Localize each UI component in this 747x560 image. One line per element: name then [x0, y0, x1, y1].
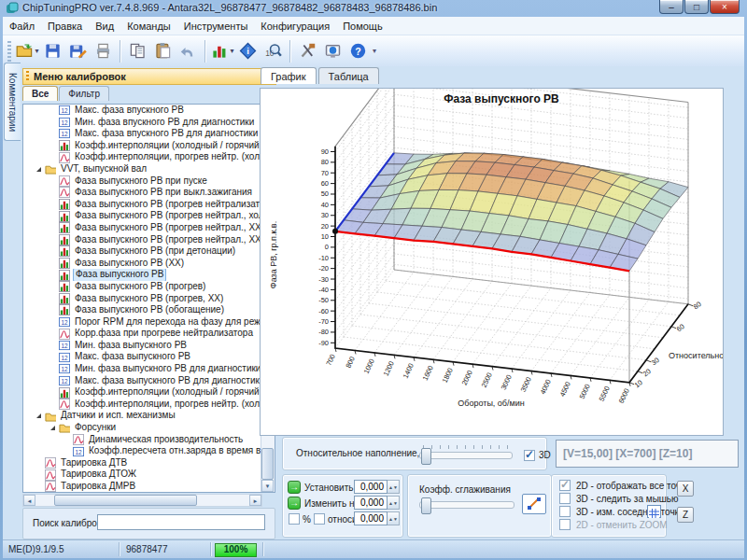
toolbar-overflow-icon[interactable]: ▾	[373, 47, 376, 55]
tree-item[interactable]: Динамическая производительность	[23, 434, 262, 446]
tree-item[interactable]: Фаза выпускного РВ	[23, 269, 262, 281]
minimize-button[interactable]: –	[659, 0, 684, 14]
save-button[interactable]	[40, 38, 65, 63]
smoothing-slider[interactable]	[419, 501, 514, 509]
tree-item[interactable]: Фаза выпускного РВ (прогрев нейтрал., хо…	[23, 210, 262, 222]
tab-all[interactable]: Все	[22, 86, 58, 101]
tree-folder[interactable]: VVT, выпускной вал	[23, 163, 262, 175]
info-button[interactable]: i	[235, 38, 261, 63]
undo-button[interactable]	[176, 38, 201, 63]
tab-table[interactable]: Таблица	[318, 67, 379, 84]
tree-item[interactable]: 12Мин. фаза выпускного РВ	[23, 340, 262, 352]
help-button[interactable]: ?	[345, 38, 371, 63]
tree-item[interactable]: Коэфф.интерполяции (холодный / горячий )	[23, 140, 262, 152]
connect-button[interactable]	[320, 38, 345, 63]
z-axis-button[interactable]: Z	[677, 507, 694, 523]
tree-item[interactable]: Фаза выпускного РВ (обогащение)	[23, 304, 262, 316]
tab-graph[interactable]: График	[261, 67, 317, 84]
tree-item[interactable]: 12Макс. фаза выпускного РВ для диагности…	[23, 375, 262, 387]
checkbox-percent[interactable]	[289, 513, 300, 525]
spinner-arrows-icon[interactable]: ▲▼	[388, 480, 400, 494]
tree-item[interactable]: Тарировка ДТОЖ	[23, 469, 262, 481]
slider-thumb[interactable]	[421, 497, 431, 514]
tree-horizontal-scrollbar[interactable]: ◄ ►	[22, 494, 262, 507]
apply-smoothing-button[interactable]	[522, 494, 546, 514]
paste-button[interactable]	[150, 38, 176, 63]
menu-item-2[interactable]: Вид	[89, 19, 120, 34]
tree-folder[interactable]: Датчики и исп. механизмы	[23, 410, 262, 422]
scrollbar-thumb[interactable]	[54, 495, 197, 506]
menu-item-3[interactable]: Команды	[120, 19, 177, 34]
tree-item[interactable]: Фаза выпускного РВ (прогрев нейтрализато…	[23, 199, 262, 211]
open-file-button[interactable]: ▾	[15, 38, 40, 63]
tree-folder[interactable]: Форсунки	[23, 422, 262, 434]
set-value-spinner[interactable]: 0,000▲▼	[354, 480, 400, 494]
comments-side-tab[interactable]: Комментарии	[4, 63, 21, 141]
spinner-arrows-icon[interactable]: ▲▼	[388, 496, 400, 510]
menu-item-6[interactable]: Помощь	[336, 19, 389, 34]
menu-item-1[interactable]: Правка	[41, 19, 89, 34]
tools-button[interactable]	[295, 38, 320, 63]
view-option-checkbox[interactable]	[559, 506, 571, 517]
scroll-down-icon[interactable]: ▼	[261, 480, 274, 492]
view-option-checkbox[interactable]	[559, 480, 571, 491]
apply-set-icon[interactable]: →	[288, 481, 301, 494]
tree-item[interactable]: Фаза выпускного РВ (при детонации)	[23, 245, 262, 258]
tree-item[interactable]: 12Макс. фаза выпускного РВ	[23, 351, 262, 363]
tree-item[interactable]: Коэфф.интерполяции, прогрев нейтр. (холо…	[23, 151, 262, 163]
slider-thumb[interactable]	[421, 448, 431, 465]
tab-filter[interactable]: Фильтр	[59, 86, 109, 101]
scroll-right-icon[interactable]: ►	[249, 495, 261, 506]
surface-chart[interactable]: -90-80-70-60-50-40-30-20-100102030405060…	[261, 89, 723, 435]
tree-item[interactable]: 12Порог RPM для перехода на фазу для реж…	[23, 316, 262, 329]
tree-item[interactable]: Фаза выпускного РВ (прогрев нейтрал., ХХ…	[23, 222, 262, 234]
copy-button[interactable]	[125, 38, 150, 63]
tree-item[interactable]: 12Макс. фаза впускного РВ для диагностик…	[23, 128, 262, 140]
tree-item[interactable]: Коэфф.интерполяции, прогрев нейтр. (холо…	[23, 399, 262, 411]
menu-item-0[interactable]: Файл	[3, 19, 41, 34]
save-as-button[interactable]	[65, 38, 91, 63]
svg-text:12: 12	[61, 319, 68, 326]
tree-item[interactable]: Фаза выпускного РВ при пуске	[23, 175, 262, 188]
tree-item[interactable]: Тарировка ДТВ	[23, 457, 262, 469]
menu-item-5[interactable]: Конфигурация	[254, 19, 336, 34]
tree-item[interactable]: Коэфф.интерполяции (холодный / горячий )	[23, 386, 262, 399]
title-bar[interactable]: ChipTuningPRO ver.7.4.8.969 - Antara32L_…	[0, 0, 747, 17]
relative-value-spinner[interactable]: 0,000▲▼	[354, 511, 400, 525]
tree-item[interactable]: 12Мин. фаза впускного РВ для диагностики	[23, 117, 262, 129]
tree-item[interactable]: 12Макс. фаза впускного РВ	[23, 105, 262, 117]
expander-icon[interactable]	[35, 412, 43, 420]
tree-item[interactable]: 12Мин. фаза выпускного РВ для диагностик…	[23, 363, 262, 375]
cursor-readout-field[interactable]: [V=15,00] [X=700] [Z=10]	[556, 440, 739, 468]
scroll-left-icon[interactable]: ◄	[23, 495, 35, 506]
checkbox-3d[interactable]	[524, 450, 535, 461]
tree-item[interactable]: 12Коэфф.пересчета отн.заряда в время впр…	[23, 445, 262, 457]
expander-icon[interactable]	[49, 424, 57, 432]
toolbar-grip[interactable]	[7, 41, 11, 62]
tree-item[interactable]: Фаза выпускного РВ (ХХ)	[23, 258, 262, 270]
view-option-checkbox[interactable]	[559, 493, 571, 504]
tree-item[interactable]: Корр.фаза при прогреве нейтрализатора	[23, 328, 262, 340]
apply-change-icon[interactable]: →	[288, 497, 301, 510]
tree-item[interactable]: Фаза выпускного РВ (прогрев нейтрал., ХХ…	[23, 234, 262, 246]
x-axis-button[interactable]: X	[677, 481, 694, 497]
change-value-spinner[interactable]: 0,000▲▼	[354, 496, 400, 510]
tree-item[interactable]: Тарировка ДМРВ	[23, 481, 262, 492]
tree-item[interactable]: Фаза выпускного РВ при выкл.зажигания	[23, 187, 262, 199]
scrollbar-thumb[interactable]	[261, 448, 274, 480]
panel-grip[interactable]	[26, 71, 29, 82]
search-values-button[interactable]: 10	[261, 38, 286, 63]
checkbox-relative[interactable]	[314, 513, 325, 525]
print-button[interactable]	[91, 38, 116, 63]
chart-button[interactable]: ▾	[210, 38, 235, 63]
tree-item[interactable]: Фаза выпускного РВ (прогрев, ХХ)	[23, 293, 262, 305]
neighbor-points-grid-icon[interactable]	[647, 505, 661, 518]
expander-icon[interactable]	[35, 165, 43, 174]
load-slider[interactable]	[419, 452, 513, 459]
spinner-arrows-icon[interactable]: ▲▼	[388, 511, 400, 525]
close-button[interactable]: ×	[710, 0, 740, 14]
maximize-button[interactable]: □	[684, 0, 709, 14]
search-input[interactable]	[97, 514, 265, 530]
menu-item-4[interactable]: Инструменты	[177, 19, 255, 34]
tree-item[interactable]: Фаза выпускного РВ (прогрев)	[23, 281, 262, 293]
